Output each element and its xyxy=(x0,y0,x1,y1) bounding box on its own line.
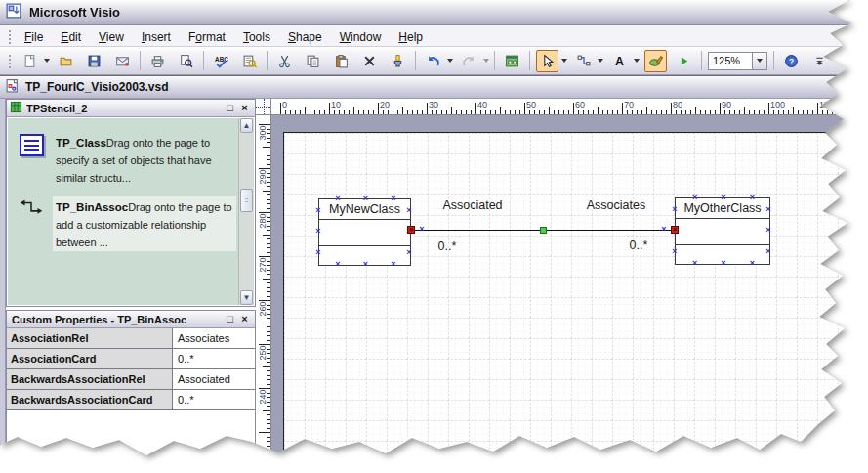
undo-icon xyxy=(426,54,440,68)
connection-point-icon: × xyxy=(314,206,322,214)
connector-text-label: 0..* xyxy=(428,239,467,253)
stencil-master-tp_class[interactable]: TP_ClassDrag onto the page to specify a … xyxy=(10,132,236,187)
new-icon xyxy=(22,54,37,68)
stencil-scrollbar[interactable]: ▲ ▼ xyxy=(238,118,254,305)
property-name: AssociationRel xyxy=(7,328,173,348)
toolbar-separator xyxy=(773,51,774,70)
visio-app-icon[interactable] xyxy=(6,3,21,22)
menu-view[interactable]: View xyxy=(90,27,133,47)
torn-paper-effect: Microsoft Visio FileEditViewInsertFormat… xyxy=(0,0,868,473)
drawing-page[interactable]: MyNewClass××××××××××××MyOtherClass××××××… xyxy=(283,132,868,473)
help-button[interactable]: ? xyxy=(780,50,803,72)
master-name: TP_Class xyxy=(56,137,106,149)
glued-endpoint-end-icon[interactable]: × xyxy=(671,226,679,234)
stencil-float-button[interactable]: □ xyxy=(223,102,237,115)
property-value[interactable]: Associated xyxy=(173,369,255,389)
toolbar-options-button[interactable] xyxy=(808,50,831,72)
open-icon xyxy=(59,54,73,68)
save-button[interactable] xyxy=(83,50,105,72)
toolbar-separator xyxy=(267,51,268,70)
menu-file[interactable]: File xyxy=(16,27,52,47)
toolbar-separator xyxy=(140,51,141,70)
menu-insert[interactable]: Insert xyxy=(133,27,180,47)
copy-icon xyxy=(306,54,320,68)
zoom-value-input[interactable]: 125% xyxy=(708,52,753,70)
property-value[interactable]: 0..* xyxy=(173,390,255,409)
property-value[interactable]: Associates xyxy=(173,328,255,348)
pointer-tool-dropdown-arrow-icon[interactable] xyxy=(561,59,567,63)
property-name: BackwardsAssociationCard xyxy=(7,390,173,409)
custom-properties-header[interactable]: Custom Properties - TP_BinAssoc □ × xyxy=(7,311,255,328)
undo-button[interactable] xyxy=(422,50,444,72)
connection-point-icon: × xyxy=(390,194,397,202)
new-dropdown-arrow-icon[interactable] xyxy=(44,59,50,63)
paste-button[interactable] xyxy=(330,50,352,72)
class-shape-mynewclass[interactable]: MyNewClass×××××××××××× xyxy=(318,198,411,266)
custom-properties-close-button[interactable]: × xyxy=(237,313,252,326)
glued-endpoint-begin-icon[interactable]: × xyxy=(407,226,415,234)
scrollbar-thumb[interactable] xyxy=(240,189,253,212)
copy-button[interactable] xyxy=(302,50,324,72)
property-row: AssociationCard0..* xyxy=(7,349,255,369)
pointer-tool-button[interactable] xyxy=(536,50,558,72)
spelling-icon: ABC xyxy=(214,54,228,68)
text-tool-button[interactable]: A xyxy=(608,50,631,72)
stencil-master-tp_binassoc[interactable]: TP_BinAssocDrag onto the page to add a c… xyxy=(10,196,236,251)
menu-shape[interactable]: Shape xyxy=(279,27,331,47)
visio-window: Microsoft Visio FileEditViewInsertFormat… xyxy=(0,0,868,473)
print-icon xyxy=(150,54,165,68)
redo-button[interactable] xyxy=(458,50,480,72)
cut-button[interactable] xyxy=(273,50,296,72)
menubar-grip-handle[interactable] xyxy=(7,28,12,44)
format-painter-button[interactable] xyxy=(387,50,409,72)
menu-format[interactable]: Format xyxy=(180,27,234,47)
custom-properties-float-button[interactable]: □ xyxy=(223,313,237,326)
scroll-down-button[interactable]: ▼ xyxy=(240,290,253,305)
new-button[interactable] xyxy=(19,50,41,72)
property-value[interactable]: 0..* xyxy=(173,349,255,368)
horizontal-ruler: 0102030405060708090100110 xyxy=(271,99,868,115)
open-button[interactable] xyxy=(55,50,77,72)
research-button[interactable] xyxy=(238,50,261,72)
stencil-close-button[interactable]: × xyxy=(237,102,252,115)
connection-point-icon: × xyxy=(765,247,772,255)
drawing-tool-button[interactable] xyxy=(644,50,667,72)
redo-dropdown-arrow-icon[interactable] xyxy=(483,59,489,63)
toolbar-grip-handle[interactable] xyxy=(7,53,12,68)
print-preview-button[interactable] xyxy=(175,50,197,72)
connection-point-icon: × xyxy=(748,259,756,267)
connector-tool-dropdown-arrow-icon[interactable] xyxy=(598,59,603,63)
pointer-tool-icon xyxy=(540,54,555,68)
cut-icon xyxy=(277,54,292,68)
menu-help[interactable]: Help xyxy=(390,27,432,47)
toolbar-options-icon xyxy=(812,54,827,68)
stencil-list: TP_BinAssocDrag onto the page to add a c… xyxy=(8,118,254,305)
document-title-bar[interactable]: TP_FourIC_Visio2003.vsd xyxy=(0,75,868,99)
window-title: Microsoft Visio xyxy=(29,5,120,20)
connection-point-icon: × xyxy=(418,225,426,233)
menu-edit[interactable]: Edit xyxy=(52,27,90,47)
connection-point-icon: × xyxy=(405,248,413,256)
scroll-up-button[interactable]: ▲ xyxy=(240,118,253,133)
menu-tools[interactable]: Tools xyxy=(234,27,279,47)
print-button[interactable] xyxy=(146,50,169,72)
main-area: TPStencil_2 □ × TP_BinAssocDrag onto the… xyxy=(0,99,868,473)
undo-dropdown-arrow-icon[interactable] xyxy=(447,59,453,63)
spelling-button[interactable]: ABC xyxy=(210,50,232,72)
document-tab-title: TP_FourIC_Visio2003.vsd xyxy=(25,80,169,94)
menu-window[interactable]: Window xyxy=(331,27,391,47)
class-shape-myotherclass[interactable]: MyOtherClass×××××××××××× xyxy=(675,197,770,265)
stencil-panel-header[interactable]: TPStencil_2 □ × xyxy=(7,100,255,117)
email-button[interactable] xyxy=(111,50,134,72)
connector-tool-button[interactable] xyxy=(572,50,595,72)
run-button[interactable] xyxy=(673,50,695,72)
zoom-dropdown-button[interactable] xyxy=(753,52,767,70)
delete-button[interactable] xyxy=(358,50,381,72)
connector-midpoint-handle-icon[interactable] xyxy=(540,227,547,234)
grid-pattern xyxy=(284,133,868,473)
shapes-window-button[interactable] xyxy=(501,50,523,72)
text-tool-dropdown-arrow-icon[interactable] xyxy=(634,59,640,63)
format-painter-icon xyxy=(391,54,405,68)
connection-point-icon: × xyxy=(720,259,727,267)
ruler-origin-box xyxy=(256,99,271,115)
